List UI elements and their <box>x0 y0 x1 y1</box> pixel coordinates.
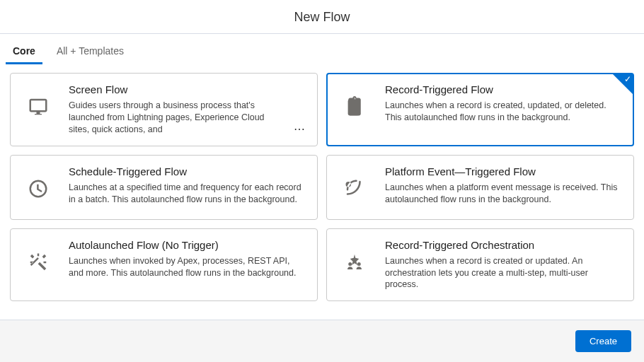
card-title: Platform Event—Triggered Flow <box>385 165 622 177</box>
card-desc: Launches when a record is created or upd… <box>385 255 622 291</box>
card-desc: Launches when a record is created, updat… <box>385 100 622 124</box>
card-autolaunched-flow[interactable]: Autolaunched Flow (No Trigger) Launches … <box>10 228 318 302</box>
tab-all-templates[interactable]: All + Templates <box>54 40 127 64</box>
card-desc: Launches when a platform event message i… <box>385 182 622 206</box>
card-screen-flow[interactable]: Screen Flow Guides users through a busin… <box>10 73 318 146</box>
orchestration-icon <box>337 239 372 291</box>
create-button[interactable]: Create <box>575 330 631 352</box>
card-record-orchestration[interactable]: Record-Triggered Orchestration Launches … <box>326 228 634 302</box>
modal-footer: Create <box>0 320 644 362</box>
monitor-icon <box>21 83 56 136</box>
tab-bar: Core All + Templates <box>0 40 644 64</box>
card-platform-event-flow[interactable]: Platform Event—Triggered Flow Launches w… <box>326 155 634 220</box>
card-title: Screen Flow <box>69 83 278 95</box>
clipboard-icon <box>337 83 372 136</box>
flow-type-grid: Screen Flow Guides users through a busin… <box>0 64 644 320</box>
tab-core[interactable]: Core <box>10 40 38 64</box>
card-desc: Launches when invoked by Apex, processes… <box>69 255 306 279</box>
more-icon: ⋯ <box>291 122 306 136</box>
card-title: Autolaunched Flow (No Trigger) <box>69 239 306 251</box>
card-schedule-triggered-flow[interactable]: Schedule-Triggered Flow Launches at a sp… <box>10 155 318 220</box>
card-record-triggered-flow[interactable]: ✓ Record-Triggered Flow Launches when a … <box>326 73 634 146</box>
card-desc: Launches at a specified time and frequen… <box>69 182 306 206</box>
check-icon: ✓ <box>624 75 631 83</box>
page-title: New Flow <box>0 10 644 25</box>
card-title: Record-Triggered Orchestration <box>385 239 622 251</box>
card-title: Record-Triggered Flow <box>385 83 622 95</box>
wand-icon <box>21 239 56 291</box>
clock-icon <box>21 165 56 209</box>
broadcast-icon <box>337 165 372 209</box>
card-desc: Guides users through a business process … <box>69 100 278 136</box>
modal-header: New Flow <box>0 0 644 34</box>
card-title: Schedule-Triggered Flow <box>69 165 306 177</box>
